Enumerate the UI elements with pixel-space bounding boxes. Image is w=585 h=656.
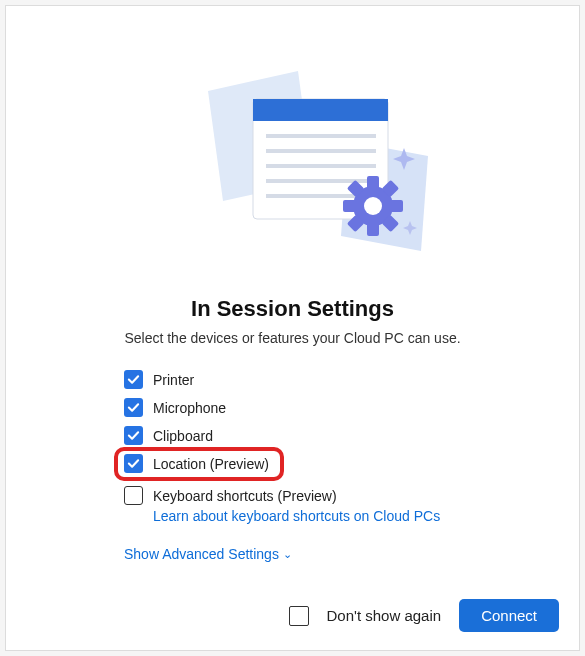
microphone-checkbox[interactable] xyxy=(124,398,143,417)
keyboard-shortcuts-learn-link[interactable]: Learn about keyboard shortcuts on Cloud … xyxy=(153,508,440,524)
dont-show-again-option[interactable]: Don't show again xyxy=(289,606,442,626)
svg-rect-11 xyxy=(367,222,379,236)
svg-rect-10 xyxy=(367,176,379,190)
check-icon xyxy=(127,401,140,414)
option-printer: Printer xyxy=(124,370,579,390)
location-checkbox[interactable] xyxy=(124,454,143,473)
option-clipboard: Clipboard xyxy=(124,426,579,446)
printer-label: Printer xyxy=(153,370,194,390)
keyboard-checkbox[interactable] xyxy=(124,486,143,505)
connect-button[interactable]: Connect xyxy=(459,599,559,632)
advanced-link-label: Show Advanced Settings xyxy=(124,546,279,562)
option-microphone: Microphone xyxy=(124,398,579,418)
svg-rect-12 xyxy=(343,200,357,212)
clipboard-checkbox[interactable] xyxy=(124,426,143,445)
check-icon xyxy=(127,429,140,442)
dialog-subtitle: Select the devices or features your Clou… xyxy=(6,330,579,346)
printer-checkbox[interactable] xyxy=(124,370,143,389)
microphone-label: Microphone xyxy=(153,398,226,418)
check-icon xyxy=(127,373,140,386)
settings-window-illustration-icon xyxy=(148,61,438,271)
session-settings-dialog: In Session Settings Select the devices o… xyxy=(5,5,580,651)
option-location: Location (Preview) xyxy=(124,454,579,474)
svg-rect-13 xyxy=(389,200,403,212)
chevron-down-icon: ⌄ xyxy=(283,548,292,561)
keyboard-label: Keyboard shortcuts (Preview) xyxy=(153,486,440,506)
location-label: Location (Preview) xyxy=(153,454,269,474)
show-advanced-settings-link[interactable]: Show Advanced Settings ⌄ xyxy=(124,546,292,562)
dialog-title: In Session Settings xyxy=(6,296,579,322)
illustration xyxy=(6,46,579,286)
dont-show-again-checkbox[interactable] xyxy=(289,606,309,626)
dialog-footer: Don't show again Connect xyxy=(289,599,559,632)
option-keyboard: Keyboard shortcuts (Preview) Learn about… xyxy=(124,486,579,524)
dont-show-again-label: Don't show again xyxy=(327,607,442,624)
clipboard-label: Clipboard xyxy=(153,426,213,446)
check-icon xyxy=(127,457,140,470)
svg-point-18 xyxy=(364,197,382,215)
options-list: Printer Microphone Clipboard Location (P… xyxy=(124,370,579,524)
svg-rect-3 xyxy=(253,99,388,121)
